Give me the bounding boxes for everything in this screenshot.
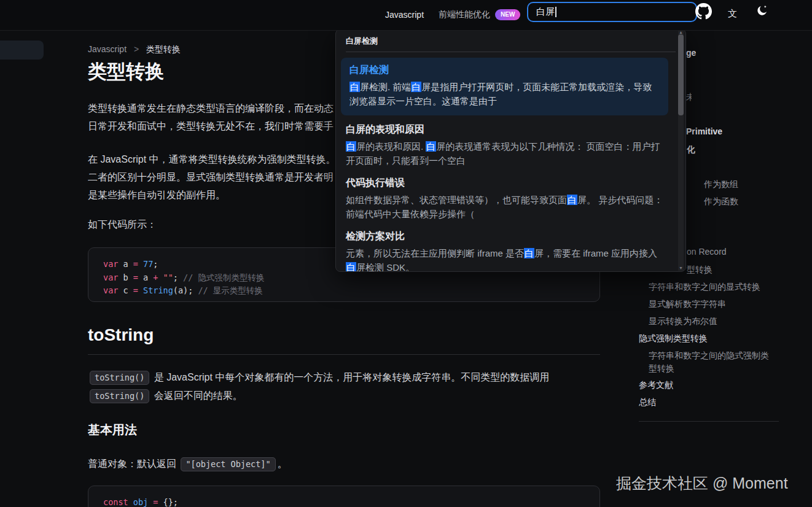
page: { "navbar": { "links": [ {"label": "Java… (0, 0, 812, 507)
navbar: Javascript 前端性能优化NEW 白屏 文 (0, 0, 812, 31)
toc-divider (639, 421, 779, 422)
search-results-dropdown: 白屏检测 白屏检测白屏检测. 前端白屏是指用户打开网页时，页面未能正常加载或渲染… (335, 29, 686, 272)
toc-item[interactable]: 作为函数 (704, 195, 738, 208)
heading-divider (88, 354, 600, 355)
search-query-text: 白屏 (536, 6, 555, 18)
code-token: String (143, 285, 173, 295)
search-highlight-mark: 白 (567, 195, 577, 205)
inline-code: toString() (90, 389, 149, 403)
search-result-title: 检测方案对比 (346, 230, 663, 243)
scrollbar-down-arrow[interactable]: ▼ (678, 266, 684, 270)
code-token: (a); (173, 285, 198, 295)
code-block-obj-example: const obj = {}; (88, 486, 600, 507)
toc-item[interactable]: 未 (686, 91, 692, 104)
search-highlight-mark: 白 (426, 141, 436, 152)
search-results-header: 白屏检测 (346, 36, 676, 47)
code-token: ; (153, 259, 158, 269)
code-line: var b = a + ""; // 隐式强制类型转换 (103, 271, 585, 285)
page-title: 类型转换 (88, 59, 164, 85)
toc-item[interactable]: 化 (687, 143, 695, 156)
paragraph-line: 在 JavaScript 中，通常将类型转换统称为强制类型转换。 (88, 150, 336, 168)
search-highlight-mark: 白 (524, 248, 534, 258)
scrollbar-up-arrow[interactable]: ▲ (678, 30, 684, 34)
breadcrumb-root[interactable]: Javascript (88, 44, 127, 54)
watermark: 掘金技术社区 @ Moment (616, 473, 788, 493)
code-line: const obj = {}; (103, 496, 585, 507)
section-heading-tostring: toString (88, 325, 154, 345)
paragraph-line: 如下代码所示： (88, 215, 157, 233)
code-token: ; (173, 273, 183, 282)
search-result[interactable]: 代码执行错误如组件数据异常、状态管理错误等），也可能导致页面白屏。 异步代码问题… (341, 177, 668, 221)
paragraph-tostring: toString() 是 JavaScript 中每个对象都有的一个方法，用于将… (88, 368, 600, 405)
paragraph-code-lead: 如下代码所示： (88, 215, 157, 233)
search-input[interactable]: 白屏 (527, 2, 697, 22)
paragraph-line: 类型转换通常发生在静态类型语言的编译阶段，而在动态 (88, 99, 334, 117)
toc-item[interactable]: 型转换 (687, 263, 712, 276)
nav-link-performance-label: 前端性能优化 (439, 9, 490, 19)
code-token: "" (163, 273, 173, 282)
toc-item[interactable]: 作为数组 (704, 178, 738, 191)
inline-code: toString() (90, 371, 149, 385)
toc-item[interactable]: 参考文献 (639, 379, 673, 392)
paragraph-line: 是某些操作自动引发的副作用。 (88, 186, 336, 204)
breadcrumb: Javascript > 类型转换 (88, 44, 181, 55)
search-result-excerpt: 白屏的表现和原因. 白屏的表现通常表现为以下几种情况： 页面空白：用户打开页面时… (346, 139, 663, 168)
code-token: const (103, 497, 128, 507)
search-result-title: 代码执行错误 (346, 177, 663, 190)
search-highlight-mark: 白 (346, 141, 356, 152)
search-result-excerpt: 白屏检测. 前端白屏是指用户打开网页时，页面未能正常加载或渲染，导致浏览器显示一… (349, 80, 660, 108)
search-result-excerpt: 如组件数据异常、状态管理错误等），也可能导致页面白屏。 异步代码问题：前端代码中… (346, 193, 663, 221)
toc-item[interactable]: 显示转换为布尔值 (649, 315, 717, 328)
new-badge: NEW (495, 9, 520, 20)
nav-link-javascript[interactable]: Javascript (385, 10, 424, 20)
code-token: = (133, 273, 143, 282)
toc-item[interactable]: on Record (687, 246, 727, 258)
code-token: = (133, 285, 143, 295)
code-token: + (153, 273, 163, 282)
search-result-excerpt: 元素，所以无法在主应用侧判断 iframe 是否白屏，需要在 iframe 应用… (346, 246, 663, 272)
toc-item[interactable]: ge (686, 47, 696, 60)
code-token: c (118, 285, 133, 295)
github-icon[interactable] (695, 3, 712, 20)
text-caret (555, 7, 556, 17)
code-token: 77 (143, 259, 153, 269)
inline-code: "[object Object]" (181, 457, 275, 471)
translate-icon[interactable]: 文 (728, 8, 737, 20)
paragraph-line: 日常开发和面试中，类型转换无处不在，我们时常需要手 (88, 117, 334, 135)
search-highlight-mark: 白 (349, 82, 360, 92)
code-token: // 隐式强制类型转换 (183, 273, 264, 282)
scrollbar-thumb[interactable] (678, 34, 684, 115)
section-heading-basic-usage: 基本用法 (88, 422, 137, 438)
code-token: obj (128, 497, 154, 507)
code-token: var (103, 273, 118, 282)
toc-item[interactable]: 字符串和数字之间的显式转换 (649, 281, 760, 293)
dark-mode-toggle-icon[interactable] (756, 4, 768, 17)
breadcrumb-current: 类型转换 (146, 44, 181, 54)
toc-item[interactable]: 隐式强制类型转换 (639, 332, 708, 345)
code-token: b (118, 273, 133, 282)
toc-item[interactable]: 总结 (639, 396, 656, 409)
toc-item[interactable]: Primitive (686, 125, 722, 138)
search-highlight-mark: 白 (411, 82, 421, 92)
code-token: // 显示类型转换 (198, 285, 262, 295)
nav-links: Javascript 前端性能优化NEW (385, 0, 520, 29)
code-token: {}; (163, 497, 178, 507)
search-highlight-mark: 白 (346, 262, 356, 272)
breadcrumb-separator: > (134, 44, 139, 54)
code-token: a (118, 259, 133, 269)
paragraph-basic-usage: 普通对象：默认返回 "[object Object]"。 (88, 455, 600, 473)
code-token: var (103, 259, 118, 269)
code-token: = (133, 259, 143, 269)
search-result[interactable]: 检测方案对比元素，所以无法在主应用侧判断 iframe 是否白屏，需要在 ifr… (341, 230, 668, 272)
code-token: a (143, 273, 153, 282)
search-result[interactable]: 白屏的表现和原因白屏的表现和原因. 白屏的表现通常表现为以下几种情况： 页面空白… (341, 123, 668, 168)
search-result-selected[interactable]: 白屏检测白屏检测. 前端白屏是指用户打开网页时，页面未能正常加载或渲染，导致浏览… (341, 58, 668, 115)
toc-item[interactable]: 字符串和数字之间的隐式强制类型转换 (649, 349, 771, 375)
toc-item[interactable]: 显式解析数字字符串 (649, 298, 726, 311)
search-result-title: 白屏检测 (349, 64, 660, 77)
search-results-list: 白屏检测白屏检测. 前端白屏是指用户打开网页时，页面未能正常加载或渲染，导致浏览… (336, 52, 685, 272)
code-token: = (153, 497, 163, 507)
sidebar-edge-button[interactable] (0, 41, 44, 60)
nav-link-performance[interactable]: 前端性能优化NEW (439, 9, 520, 20)
paragraph-coercion: 在 JavaScript 中，通常将类型转换统称为强制类型转换。二者的区别十分明… (88, 150, 336, 204)
